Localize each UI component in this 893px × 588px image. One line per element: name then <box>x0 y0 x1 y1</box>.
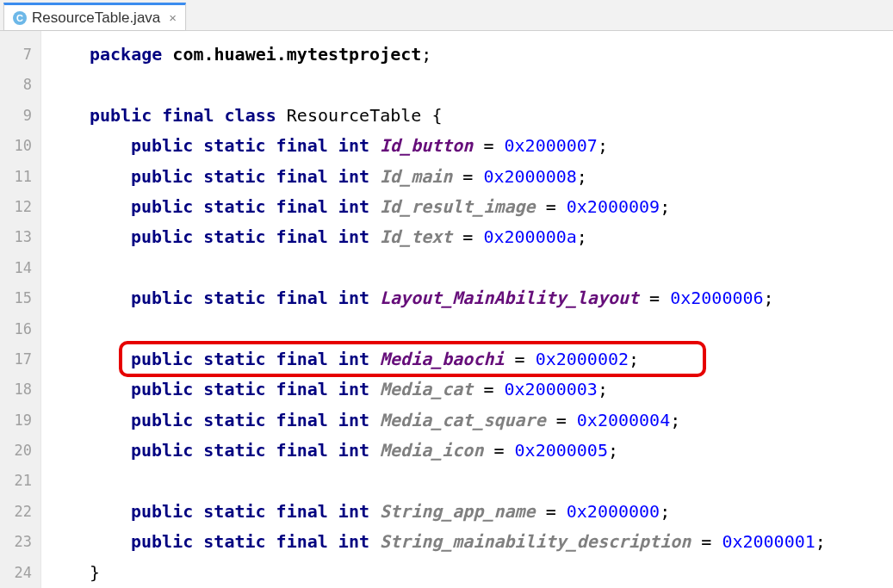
line-number: 16 <box>0 314 32 344</box>
line-number: 22 <box>0 497 32 527</box>
close-icon[interactable]: × <box>169 11 177 24</box>
line-number: 9 <box>0 101 32 131</box>
code-line <box>48 70 893 100</box>
code-line: public static final int Layout_MainAbili… <box>48 283 893 313</box>
code-line-highlighted: public static final int Media_baochi = 0… <box>48 344 893 374</box>
code-line: public static final int Media_icon = 0x2… <box>48 436 893 466</box>
code-line: public static final int String_mainabili… <box>48 527 893 557</box>
line-number: 19 <box>0 405 32 436</box>
file-tab[interactable]: C ResourceTable.java × <box>3 3 186 30</box>
code-line: public static final int Id_text = 0x2000… <box>48 222 893 252</box>
tab-filename: ResourceTable.java <box>32 9 160 27</box>
code-line: public static final int Id_result_image … <box>48 192 893 222</box>
line-number: 14 <box>0 253 32 283</box>
line-number: 10 <box>0 131 32 161</box>
code-line: public static final int Media_cat = 0x20… <box>48 374 893 405</box>
code-line: public static final int Id_main = 0x2000… <box>48 162 893 192</box>
code-line <box>48 466 893 496</box>
code-line: public static final int Id_button = 0x20… <box>48 131 893 161</box>
line-number: 8 <box>0 70 32 100</box>
line-number: 20 <box>0 436 32 466</box>
line-number: 18 <box>0 374 32 405</box>
code-line: public static final int String_app_name … <box>48 497 893 527</box>
line-number-gutter: 7 8 9 10 11 12 13 14 15 16 17 18 19 20 2… <box>0 31 41 588</box>
line-number: 13 <box>0 222 32 252</box>
line-number: 11 <box>0 162 32 192</box>
code-editor[interactable]: 7 8 9 10 11 12 13 14 15 16 17 18 19 20 2… <box>0 31 893 588</box>
line-number: 15 <box>0 283 32 313</box>
line-number: 21 <box>0 466 32 496</box>
line-number: 12 <box>0 192 32 222</box>
code-line <box>48 314 893 344</box>
line-number: 24 <box>0 558 32 588</box>
code-line: package com.huawei.mytestproject; <box>48 40 893 70</box>
code-line: public final class ResourceTable { <box>48 101 893 131</box>
line-number: 7 <box>0 40 32 70</box>
code-line: public static final int Media_cat_square… <box>48 405 893 436</box>
tab-bar: C ResourceTable.java × <box>0 0 893 31</box>
line-number: 23 <box>0 527 32 557</box>
code-area[interactable]: package com.huawei.mytestproject; public… <box>41 31 893 588</box>
line-number: 17 <box>0 344 32 374</box>
code-line: } <box>48 558 893 588</box>
java-class-icon: C <box>13 11 27 25</box>
code-line <box>48 253 893 283</box>
